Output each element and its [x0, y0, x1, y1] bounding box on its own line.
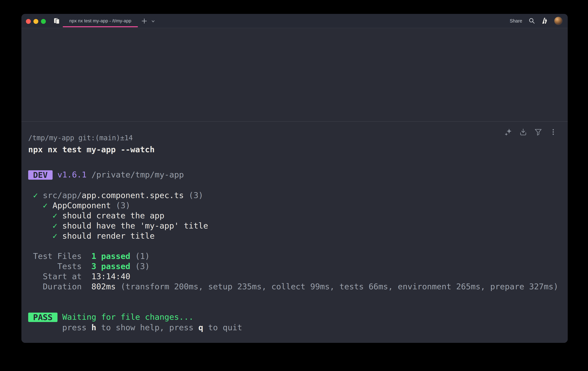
kebab-menu-icon[interactable] [549, 128, 557, 136]
block-toolbar [504, 128, 557, 136]
warp-logo-icon[interactable] [541, 17, 548, 24]
pass-badge: PASS [28, 313, 57, 322]
check-icon: ✓ [28, 191, 43, 200]
active-tab-indicator [63, 26, 138, 27]
minimize-window-button[interactable] [33, 19, 38, 24]
warp-terminal-window: npx nx test my-app - /t/my-app Share [21, 14, 568, 343]
check-icon: ✓ [28, 211, 62, 220]
new-tab-plus-icon[interactable] [141, 18, 148, 24]
test-suite-line: ✓ AppComponent (3) [28, 200, 130, 210]
summary-duration: Duration 802ms (transform 200ms, setup 2… [28, 281, 558, 292]
share-button[interactable]: Share [510, 18, 522, 24]
tab-title: npx nx test my-app - /t/my-app [69, 18, 131, 23]
test-case-line: ✓ should have the 'my-app' title [28, 221, 208, 231]
block-separator [21, 121, 568, 122]
check-icon: ✓ [28, 221, 62, 230]
tab-npx-nx-test[interactable]: npx nx test my-app - /t/my-app [63, 14, 138, 28]
summary-tests: Tests 3 passed (3) [28, 261, 150, 271]
dev-badge: DEV [28, 170, 52, 180]
filter-icon[interactable] [534, 128, 543, 136]
download-icon[interactable] [519, 128, 527, 136]
watch-hint-line: press h to show help, press q to quit [28, 322, 242, 332]
shell-prompt: /tmp/my-app git:(main)±14 [28, 133, 133, 143]
search-icon[interactable] [528, 17, 536, 24]
sparkles-icon[interactable] [504, 128, 513, 136]
command-line: npx nx test my-app --watch [28, 144, 155, 155]
close-window-button[interactable] [26, 19, 31, 24]
test-file-line: ✓ src/app/app.component.spec.ts (3) [28, 190, 203, 200]
zoom-window-button[interactable] [41, 19, 46, 24]
titlebar: npx nx test my-app - /t/my-app Share [21, 14, 568, 28]
check-icon: ✓ [28, 231, 62, 240]
pages-icon[interactable] [53, 18, 60, 24]
summary-start-at: Start at 13:14:40 [28, 271, 130, 281]
vitest-header-line: DEV v1.6.1 /private/tmp/my-app [28, 170, 184, 180]
test-case-line: ✓ should render title [28, 231, 155, 241]
chevron-down-icon[interactable] [151, 19, 155, 23]
watch-status-line: PASS Waiting for file changes... [28, 312, 193, 322]
test-case-line: ✓ should create the app [28, 210, 164, 221]
check-icon: ✓ [28, 201, 52, 210]
summary-test-files: Test Files 1 passed (1) [28, 251, 150, 261]
terminal-pane[interactable]: /tmp/my-app git:(main)±14 npx nx test my… [21, 29, 568, 343]
avatar[interactable] [554, 17, 562, 25]
traffic-lights [26, 19, 46, 24]
